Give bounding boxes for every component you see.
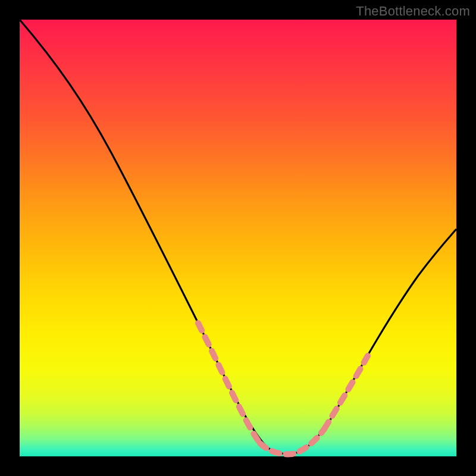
bottleneck-curve-path xyxy=(20,20,456,454)
watermark-text: TheBottleneck.com xyxy=(356,4,470,19)
highlight-left xyxy=(198,323,260,443)
plot-area xyxy=(20,20,456,456)
highlight-valley xyxy=(260,429,324,454)
chart-container: TheBottleneck.com xyxy=(0,0,476,476)
bottleneck-curve-svg xyxy=(20,20,456,456)
